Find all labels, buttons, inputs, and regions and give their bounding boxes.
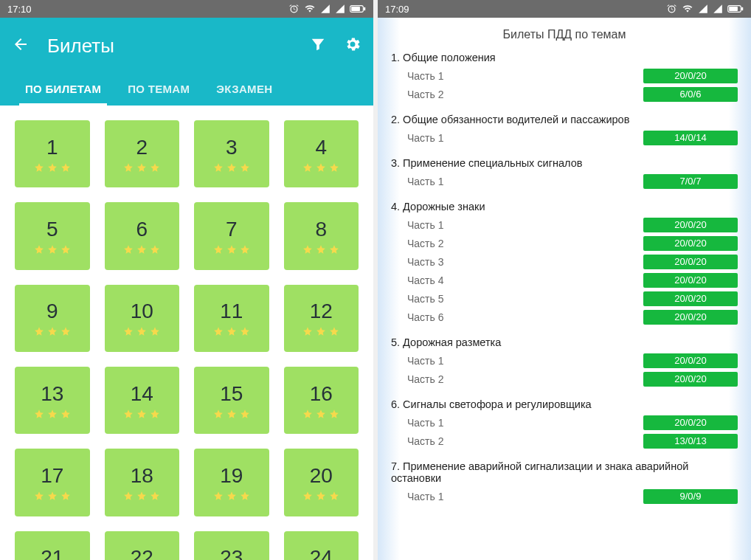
ticket-tile[interactable]: 18 [105,449,180,516]
settings-button[interactable] [344,35,361,56]
tab-2[interactable]: ЭКЗАМЕН [203,72,285,106]
part-row[interactable]: Часть 420/0/20 [391,271,738,289]
ticket-tile[interactable]: 20 [284,449,359,516]
stars [302,409,339,419]
part-row[interactable]: Часть 120/0/20 [391,215,738,234]
star-icon [60,244,71,255]
part-row[interactable]: Часть 620/0/20 [391,308,738,326]
ticket-tile[interactable]: 15 [194,367,269,434]
ticket-tile[interactable]: 5 [15,202,90,269]
ticket-number: 4 [315,136,327,159]
stars [123,491,160,501]
star-icon [136,326,147,336]
status-bar: 17:10 [0,0,373,18]
svg-rect-2 [351,7,360,11]
star-icon [136,491,147,501]
ticket-number: 13 [41,382,63,406]
star-icon [123,162,134,173]
topic-heading[interactable]: 6. Сигналы светофора и регулировщика [391,398,738,410]
part-label: Часть 4 [391,274,643,286]
ticket-tile[interactable]: 13 [15,367,90,434]
ticket-tile[interactable]: 24 [284,531,359,560]
ticket-tile[interactable]: 6 [105,202,180,269]
topic-heading[interactable]: 1. Общие положения [391,52,738,63]
stars [213,409,250,419]
stars [302,326,339,336]
star-icon [47,409,58,419]
tab-1[interactable]: ПО ТЕМАМ [114,72,203,106]
topic-block: 1. Общие положенияЧасть 120/0/20Часть 26… [391,52,738,103]
ticket-tile[interactable]: 8 [284,202,359,269]
ticket-tile[interactable]: 10 [105,285,180,352]
star-icon [34,491,44,501]
tab-0[interactable]: ПО БИЛЕТАМ [12,72,114,106]
ticket-tile[interactable]: 1 [15,120,90,187]
topics-list[interactable]: Билеты ПДД по темам 1. Общие положенияЧа… [378,18,751,560]
part-row[interactable]: Часть 19/0/9 [391,487,738,505]
ticket-tile[interactable]: 12 [284,285,359,352]
stars [302,162,339,173]
ticket-number: 11 [220,300,243,323]
part-row[interactable]: Часть 220/0/20 [391,234,738,252]
part-label: Часть 1 [391,417,643,429]
stars [213,244,250,255]
ticket-tile[interactable]: 3 [194,120,269,187]
star-icon [150,244,160,255]
ticket-tile[interactable]: 17 [15,449,90,516]
topic-heading[interactable]: 7. Применение аварийной сигнализации и з… [391,460,738,484]
part-row[interactable]: Часть 17/0/7 [391,172,738,190]
gear-icon [344,35,361,53]
star-icon [240,491,250,501]
star-icon [47,244,58,255]
ticket-tile[interactable]: 9 [15,285,90,352]
part-score-badge: 20/0/20 [643,372,738,387]
part-score-badge: 20/0/20 [643,310,738,325]
ticket-tile[interactable]: 21 [15,531,90,560]
ticket-tile[interactable]: 14 [105,367,180,434]
star-icon [47,491,58,501]
part-row[interactable]: Часть 120/0/20 [391,413,738,432]
part-label: Часть 1 [391,132,643,144]
star-icon [226,244,237,255]
signal-icon [335,4,345,14]
part-row[interactable]: Часть 120/0/20 [391,351,738,370]
stars [123,162,160,173]
battery-icon [727,4,744,13]
ticket-number: 15 [220,382,243,406]
part-row[interactable]: Часть 520/0/20 [391,289,738,308]
ticket-tile[interactable]: 19 [194,449,269,516]
ticket-tile[interactable]: 7 [194,202,269,269]
part-row[interactable]: Часть 120/0/20 [391,66,738,85]
stars [34,491,71,501]
topic-heading[interactable]: 2. Общие обязанности водителей и пассажи… [391,114,738,125]
ticket-tile[interactable]: 16 [284,367,359,434]
ticket-number: 17 [41,464,63,488]
ticket-tile[interactable]: 2 [105,120,180,187]
alarm-icon [666,4,677,15]
topic-heading[interactable]: 4. Дорожные знаки [391,201,738,212]
ticket-tile[interactable]: 4 [284,120,359,187]
ticket-tile[interactable]: 11 [194,285,269,352]
topic-heading[interactable]: 3. Применение специальных сигналов [391,157,738,169]
part-row[interactable]: Часть 220/0/20 [391,370,738,388]
ticket-number: 5 [46,218,58,241]
ticket-tile[interactable]: 23 [194,531,269,560]
filter-button[interactable] [310,36,326,55]
star-icon [47,162,58,173]
star-icon [34,162,44,173]
part-label: Часть 3 [391,256,643,268]
back-button[interactable] [12,35,30,56]
star-icon [213,409,224,419]
stars [302,244,339,255]
star-icon [316,162,326,173]
ticket-tile[interactable]: 22 [105,531,180,560]
part-row[interactable]: Часть 114/0/14 [391,128,738,147]
signal-icon [713,4,723,14]
part-row[interactable]: Часть 213/0/13 [391,432,738,450]
star-icon [316,409,326,419]
part-row[interactable]: Часть 320/0/20 [391,252,738,271]
stars [123,326,160,336]
ticket-list[interactable]: 123456789101112131415161718192021222324 [0,106,373,560]
topic-heading[interactable]: 5. Дорожная разметка [391,336,738,348]
part-row[interactable]: Часть 26/0/6 [391,85,738,103]
